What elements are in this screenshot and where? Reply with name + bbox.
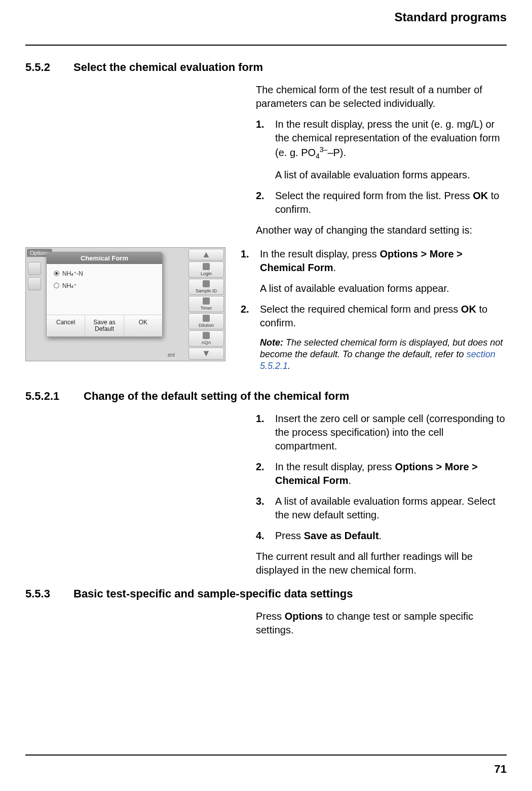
section-number: 5.5.2.1 (25, 390, 84, 403)
aqa-icon (203, 332, 210, 339)
step-4: 4. Press Save as Default. (256, 529, 507, 543)
steps-list-b: 1. In the result display, press Options … (241, 247, 507, 275)
screenshot-and-steps-row: Options Chemical Form NH₄⁺-N NH₄⁺ Cancel… (25, 247, 507, 380)
radio-icon (54, 283, 59, 288)
ss-login-button: Login (188, 261, 224, 278)
dilution-icon (203, 315, 210, 322)
ss-aqa-button: AQA (188, 330, 224, 347)
ss-dialog-title: Chemical Form (47, 252, 162, 264)
step-a1: 1. In the result display, press the unit… (256, 118, 507, 161)
ss-left-icon (28, 277, 41, 290)
ss-radio-nh4: NH₄⁺ (54, 282, 155, 289)
login-icon (203, 263, 210, 270)
step-number: 2. (256, 460, 275, 487)
radio-label: NH₄⁺-N (62, 270, 83, 277)
step-text: In the result display, press Options > M… (260, 247, 507, 275)
timer-icon (203, 297, 210, 305)
intro-paragraph: The chemical form of the test result of … (256, 83, 507, 110)
step-text: Insert the zero cell or sample cell (cor… (275, 412, 507, 453)
steps-list-a2: 2. Select the required form from the lis… (256, 189, 507, 216)
step-text: In the result display, press the unit (e… (275, 118, 507, 161)
section-5-5-3-heading: 5.5.3 Basic test-specific and sample-spe… (25, 587, 507, 600)
section-title: Select the chemical evaluation form (73, 61, 263, 74)
ss-right-sidebar: ▲ Login Sample ID Timer Dilution AQA ▼ (188, 249, 224, 360)
ss-save-default-button: Save as Default (85, 315, 124, 336)
ss-dialog-body: NH₄⁺-N NH₄⁺ (47, 264, 162, 315)
running-header: Standard programs (25, 10, 507, 29)
ss-down-arrow-icon: ▼ (188, 348, 224, 359)
step-3: 3. A list of available evaluation forms … (256, 495, 507, 522)
ss-dilution-button: Dilution (188, 313, 224, 329)
step-number: 4. (256, 529, 275, 543)
step-a1-followup: A list of available evaluation forms app… (275, 168, 507, 182)
section-5-5-2-1-body: 1. Insert the zero cell or sample cell (… (256, 412, 507, 577)
ss-left-icon (28, 262, 41, 275)
section-5-5-2-intro-block: The chemical form of the test result of … (256, 83, 507, 237)
section-title: Basic test-specific and sample-specific … (73, 587, 353, 600)
section-number: 5.5.2 (25, 61, 73, 74)
steps-list-5521: 1. Insert the zero cell or sample cell (… (256, 412, 507, 543)
step-number: 2. (256, 189, 275, 216)
outro-paragraph: The current result and all further readi… (256, 550, 507, 577)
radio-icon (54, 271, 59, 276)
chemical-form-dialog-screenshot: Options Chemical Form NH₄⁺-N NH₄⁺ Cancel… (25, 247, 225, 361)
ss-radio-nh4-n: NH₄⁺-N (54, 270, 155, 277)
steps-b-block: 1. In the result display, press Options … (241, 247, 507, 380)
ss-up-arrow-icon: ▲ (188, 249, 224, 260)
radio-label: NH₄⁺ (62, 282, 77, 289)
ss-left-toolbar (28, 262, 43, 290)
ss-ok-button: OK (124, 315, 162, 336)
sample-icon (203, 280, 210, 287)
ss-sample-id-button: Sample ID (188, 279, 224, 295)
section-title: Change of the default setting of the che… (84, 390, 349, 403)
steps-list-a: 1. In the result display, press the unit… (256, 118, 507, 161)
step-b2: 2. Select the required chemical form and… (241, 303, 507, 330)
step-b1-followup: A list of available evaluation forms app… (260, 282, 507, 295)
steps-list-b2: 2. Select the required chemical form and… (241, 303, 507, 330)
step-a2: 2. Select the required form from the lis… (256, 189, 507, 216)
section-number: 5.5.3 (25, 587, 73, 600)
ss-dialog: Chemical Form NH₄⁺-N NH₄⁺ Cancel Save as… (46, 252, 163, 337)
step-number: 3. (256, 495, 275, 522)
step-text: Select the required form from the list. … (275, 189, 507, 216)
step-2: 2. In the result display, press Options … (256, 460, 507, 487)
section-5-5-2-heading: 5.5.2 Select the chemical evaluation for… (25, 61, 507, 74)
step-text: In the result display, press Options > M… (275, 460, 507, 487)
step-number: 1. (256, 412, 275, 453)
step-number: 1. (256, 118, 275, 161)
step-text: Press Save as Default. (275, 529, 507, 543)
section-5-5-3-body: Press Options to change test or sample s… (256, 610, 507, 637)
ss-cancel-button: Cancel (47, 315, 85, 336)
step-1: 1. Insert the zero cell or sample cell (… (256, 412, 507, 453)
footer-rule (25, 755, 507, 756)
note-paragraph: Note: The selected chemical form is disp… (260, 337, 507, 372)
step-text: A list of available evaluation forms app… (275, 495, 507, 522)
body-paragraph: Press Options to change test or sample s… (256, 610, 507, 637)
page-number: 71 (495, 763, 507, 776)
ss-bottom-fragment: ent (168, 352, 175, 358)
step-number: 2. (241, 303, 260, 330)
step-text: Select the required chemical form and pr… (260, 303, 507, 330)
section-5-5-2-1-heading: 5.5.2.1 Change of the default setting of… (25, 390, 507, 403)
ss-timer-button: Timer (188, 296, 224, 312)
ss-dialog-buttons: Cancel Save as Default OK (47, 315, 162, 336)
step-number: 1. (241, 247, 260, 275)
header-rule (25, 45, 507, 46)
step-b1: 1. In the result display, press Options … (241, 247, 507, 275)
alt-intro: Another way of changing the standard set… (256, 223, 507, 237)
